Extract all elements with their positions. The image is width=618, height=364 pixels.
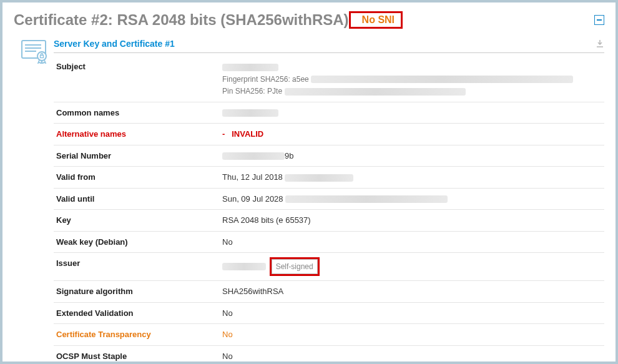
certificate-icon [21,39,52,364]
value-sigalg: SHA256withRSA [220,281,604,303]
row-serial: Serial Number 9b [54,145,604,167]
certificate-title: Certificate #2: RSA 2048 bits (SHA256wit… [14,11,349,29]
pin-label: Pin SHA256: PJte [222,87,282,96]
no-sni-label: No SNI [360,13,397,26]
row-weak-key: Weak key (Debian) No [54,231,604,253]
redacted-text [222,64,278,71]
self-signed-highlight-box: Self-signed [270,257,320,276]
label-serial: Serial Number [54,145,220,167]
section-title: Server Key and Certificate #1 [54,39,175,49]
value-valid-until: Sun, 09 Jul 2028 [220,188,604,210]
row-key: Key RSA 2048 bits (e 65537) [54,210,604,232]
row-valid-from: Valid from Thu, 12 Jul 2018 [54,167,604,189]
value-weak-key: No [220,231,604,253]
label-subject: Subject [54,54,220,102]
value-alt-names: - INVALID [220,124,604,145]
label-common-names: Common names [54,102,220,124]
label-ct: Certificate Transparency [54,324,220,346]
value-serial: 9b [220,145,604,167]
minus-icon [597,19,602,21]
redacted-text [285,195,448,203]
redacted-text [285,88,466,96]
redacted-text [285,174,353,182]
row-ev: Extended Validation No [54,302,604,324]
section-header: Server Key and Certificate #1 [54,39,604,53]
label-key: Key [54,210,220,232]
self-signed-badge: Self-signed [272,259,318,274]
redacted-text [222,109,278,117]
row-issuer: Issuer Self-signed [54,253,604,281]
row-ocsp: OCSP Must Staple No [54,345,604,364]
certificate-title-bar: Certificate #2: RSA 2048 bits (SHA256wit… [2,2,616,39]
value-common-names [220,102,604,124]
no-sni-highlight-box: No SNI [349,11,403,29]
value-ct: No [220,324,604,346]
value-ocsp: No [220,345,604,364]
download-icon[interactable] [596,39,604,48]
row-common-names: Common names [54,102,604,124]
row-subject: Subject Fingerprint SHA256: a5ee Pin SHA… [54,54,604,102]
row-sigalg: Signature algorithm SHA256withRSA [54,281,604,303]
row-ct: Certificate Transparency No [54,324,604,346]
fingerprint-label: Fingerprint SHA256: a5ee [222,75,309,84]
value-key: RSA 2048 bits (e 65537) [220,210,604,232]
label-weak-key: Weak key (Debian) [54,231,220,253]
label-alt-names: Alternative names [54,124,220,145]
label-issuer: Issuer [54,253,220,281]
label-ev: Extended Validation [54,302,220,324]
row-alt-names: Alternative names - INVALID [54,124,604,145]
label-sigalg: Signature algorithm [54,281,220,303]
value-valid-from: Thu, 12 Jul 2018 [220,167,604,189]
collapse-toggle[interactable] [594,15,604,25]
row-valid-until: Valid until Sun, 09 Jul 2028 [54,188,604,210]
label-valid-until: Valid until [54,188,220,210]
certificate-details-table: Subject Fingerprint SHA256: a5ee Pin SHA… [54,54,604,364]
redacted-text [311,76,573,83]
value-ev: No [220,302,604,324]
redacted-text [222,263,266,270]
value-issuer: Self-signed [220,253,604,281]
label-valid-from: Valid from [54,167,220,189]
label-ocsp: OCSP Must Staple [54,345,220,364]
value-subject: Fingerprint SHA256: a5ee Pin SHA256: PJt… [220,54,604,102]
redacted-text [222,152,285,160]
